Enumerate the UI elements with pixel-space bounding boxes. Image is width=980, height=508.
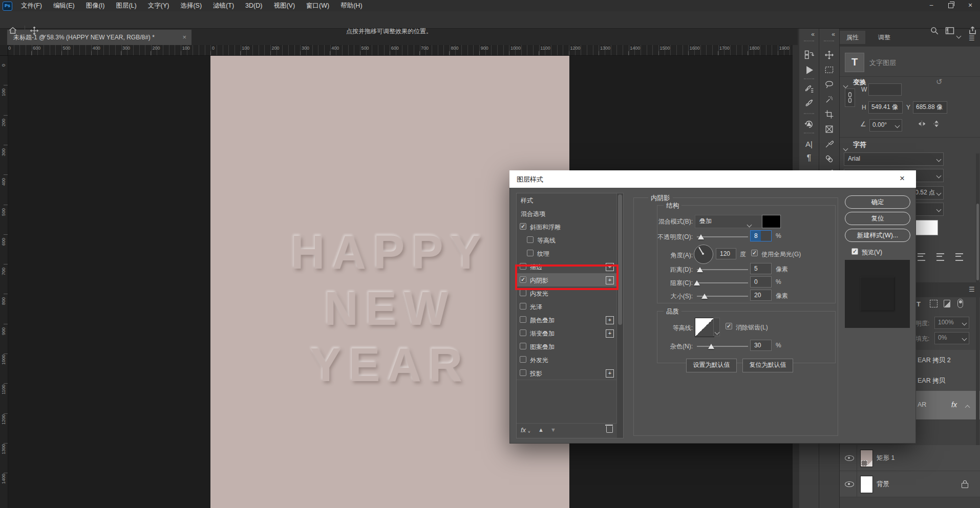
add-effect-plus-icon[interactable]: + xyxy=(606,329,614,338)
set-default-button[interactable]: 设置为默认值 xyxy=(686,359,737,372)
style-row-斜面和浮雕[interactable]: ✓斜面和浮雕 xyxy=(517,220,617,234)
unchecked-checkbox[interactable] xyxy=(520,343,526,349)
visibility-eye-icon[interactable] xyxy=(845,455,854,461)
panel-scrollbar-track[interactable] xyxy=(976,153,979,445)
font-family-chevron-icon[interactable] xyxy=(934,152,944,166)
paragraph-mark-icon[interactable]: ¶ xyxy=(803,152,815,164)
y-position-field[interactable]: 685.88 像素 xyxy=(913,101,947,114)
new-style-button[interactable]: 新建样式(W)... xyxy=(845,229,910,242)
menu-item-2[interactable]: 图像(I) xyxy=(80,0,111,11)
noise-slider-thumb[interactable] xyxy=(708,344,714,349)
menu-item-0[interactable]: 文件(F) xyxy=(15,0,48,11)
style-row-混合选项[interactable]: 混合选项 xyxy=(517,207,617,220)
delete-effect-trash-icon[interactable] xyxy=(606,426,613,433)
global-light-checkbox[interactable]: ✓ xyxy=(751,250,758,256)
unchecked-checkbox[interactable] xyxy=(520,356,526,363)
layer-thumbnail[interactable] xyxy=(860,450,873,467)
contour-thumbnail[interactable] xyxy=(695,318,714,337)
layers-panel-menu-icon[interactable]: ☰ xyxy=(969,285,975,293)
reset-button[interactable]: 复位 xyxy=(845,212,910,225)
collapse-toolbar-icon[interactable]: « xyxy=(832,31,835,38)
style-row-颜色叠加[interactable]: 颜色叠加+ xyxy=(517,313,617,327)
filter-type-icon[interactable]: T xyxy=(917,300,921,308)
style-row-光泽[interactable]: 光泽 xyxy=(517,300,617,314)
align-center-icon[interactable] xyxy=(918,253,925,261)
filter-shape-icon[interactable] xyxy=(930,300,938,307)
opacity-value-field[interactable]: 8 xyxy=(750,230,772,241)
filter-smartobject-icon[interactable] xyxy=(944,300,950,307)
ruler-vertical[interactable]: 0100200300400500600700800900100011001200… xyxy=(0,45,8,508)
flip-vertical-icon[interactable] xyxy=(932,119,941,130)
fill-chevron-icon[interactable] xyxy=(960,332,969,344)
healing-brush-tool-icon[interactable] xyxy=(823,152,835,165)
menu-item-8[interactable]: 视图(V) xyxy=(268,0,301,11)
eyedropper-tool-icon[interactable] xyxy=(823,138,835,150)
size-value-field[interactable]: 20 xyxy=(750,290,772,301)
contour-chevron-box[interactable] xyxy=(713,318,720,336)
opacity-slider[interactable] xyxy=(697,236,748,237)
flip-horizontal-icon[interactable] xyxy=(918,119,927,130)
style-row-外发光[interactable]: 外发光 xyxy=(517,353,617,367)
choke-slider-thumb[interactable] xyxy=(694,280,700,285)
panel-scrollbar-thumb[interactable] xyxy=(976,204,979,280)
move-tool-option-icon[interactable] xyxy=(30,26,39,37)
close-window-button[interactable]: × xyxy=(961,0,980,11)
minimize-button[interactable]: – xyxy=(922,0,941,11)
size-slider[interactable] xyxy=(697,296,748,297)
add-effect-plus-icon[interactable]: + xyxy=(606,316,614,324)
height-field[interactable]: 549.41 像素 xyxy=(868,101,903,114)
menu-item-7[interactable]: 3D(D) xyxy=(240,0,268,11)
blend-mode-select[interactable]: 叠加 xyxy=(695,215,762,228)
angle-value-field[interactable]: 120 xyxy=(716,248,736,259)
style-row-样式[interactable]: 样式 xyxy=(517,193,617,207)
style-row-投影[interactable]: 投影+ xyxy=(517,366,617,380)
search-icon[interactable] xyxy=(930,26,939,37)
tab-adjustments[interactable]: 调整 xyxy=(871,31,897,44)
ruler-horizontal[interactable]: 7006005004003002001000100200300400500600… xyxy=(8,45,793,56)
choke-value-field[interactable]: 0 xyxy=(750,276,772,288)
style-row-等高线[interactable]: 等高线 xyxy=(517,233,617,247)
move-effect-down-icon[interactable]: ▼ xyxy=(550,427,556,433)
transform-reset-icon[interactable]: ↺ xyxy=(936,77,943,86)
styles-scrollbar-thumb[interactable] xyxy=(618,194,622,325)
choke-slider[interactable] xyxy=(697,282,748,283)
tab-close-icon[interactable]: × xyxy=(182,30,186,45)
menu-item-1[interactable]: 编辑(E) xyxy=(48,0,80,11)
checked-checkbox[interactable]: ✓ xyxy=(520,223,526,230)
unchecked-checkbox[interactable] xyxy=(520,329,526,336)
font-family-field[interactable]: Arial xyxy=(844,152,939,166)
crop-tool-icon[interactable] xyxy=(823,108,835,120)
unchecked-checkbox[interactable] xyxy=(520,290,526,296)
marquee-tool-icon[interactable] xyxy=(823,63,835,76)
tool-dropdown-chevron-icon[interactable] xyxy=(42,30,46,39)
font-style-chevron-icon[interactable] xyxy=(934,169,944,182)
style-row-图案叠加[interactable]: 图案叠加 xyxy=(517,340,617,354)
dialog-title-bar[interactable]: 图层样式 × xyxy=(509,170,916,188)
move-effect-up-icon[interactable]: ▲ xyxy=(538,427,544,433)
menu-item-6[interactable]: 滤镜(T) xyxy=(207,0,240,11)
align-right-icon[interactable] xyxy=(955,253,963,261)
home-icon[interactable] xyxy=(8,26,17,37)
leading-chevron-icon[interactable] xyxy=(934,203,944,216)
share-icon[interactable] xyxy=(968,26,977,37)
opacity-slider-thumb[interactable] xyxy=(698,234,704,239)
rotate-view-icon[interactable] xyxy=(803,118,815,130)
character-a-icon[interactable]: A| xyxy=(803,138,815,150)
distance-slider-thumb[interactable] xyxy=(697,267,703,272)
reset-default-button[interactable]: 复位为默认值 xyxy=(742,359,793,372)
angle-dropdown-chevron-icon[interactable] xyxy=(893,119,902,131)
antialias-checkbox[interactable]: ✓ xyxy=(726,323,732,329)
workspace-chevron-icon[interactable] xyxy=(957,31,961,40)
collapse-effects-chevron-icon[interactable] xyxy=(966,404,969,411)
preview-checkbox[interactable]: ✓ xyxy=(851,248,858,255)
opacity-chevron-icon[interactable] xyxy=(960,317,969,329)
frame-tool-icon[interactable] xyxy=(823,123,835,135)
distance-slider[interactable] xyxy=(697,269,748,270)
noise-slider[interactable] xyxy=(697,346,748,347)
fx-icon[interactable]: fx xyxy=(521,426,526,434)
menu-item-5[interactable]: 选择(S) xyxy=(175,0,207,11)
ok-button[interactable]: 确定 xyxy=(845,195,910,209)
link-dimensions-icon[interactable] xyxy=(845,89,855,107)
brush-settings-panel-icon[interactable] xyxy=(803,83,815,96)
menu-item-9[interactable]: 窗口(W) xyxy=(301,0,335,11)
